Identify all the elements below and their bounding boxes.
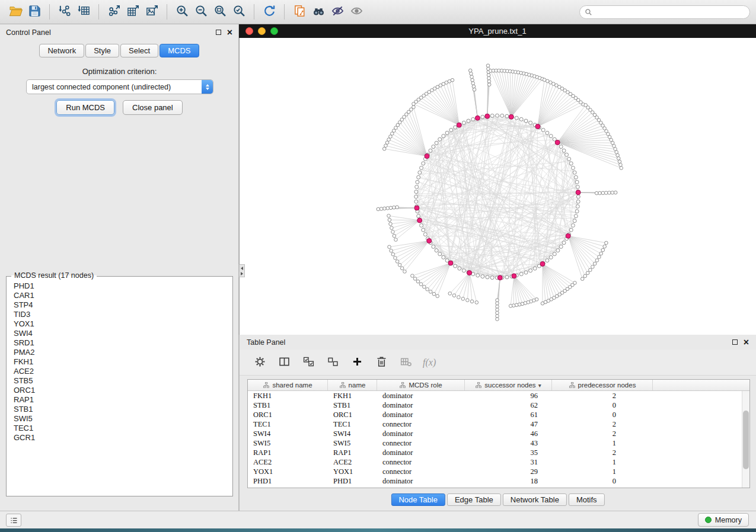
close-panel-button[interactable]: Close panel: [123, 100, 183, 115]
mcds-buttons-row: Run MCDS Close panel: [0, 100, 239, 115]
mcds-result-item[interactable]: ORC1: [9, 386, 230, 395]
search-box[interactable]: [579, 5, 750, 19]
open-file-button[interactable]: [6, 2, 25, 21]
node-table: shared namenameMCDS rolesuccessor nodes▾…: [247, 379, 750, 488]
main-toolbar: [0, 0, 756, 24]
maximize-window-button[interactable]: [270, 27, 278, 35]
minimize-window-button[interactable]: [258, 27, 266, 35]
mcds-result-item[interactable]: TEC1: [9, 424, 230, 433]
toolbar-icons: [6, 2, 366, 21]
table-row[interactable]: YOX1YOX1connector291: [248, 467, 742, 476]
table-settings-button[interactable]: [253, 355, 267, 370]
criterion-dropdown[interactable]: largest connected component (undirected): [26, 79, 213, 94]
run-mcds-button[interactable]: Run MCDS: [56, 100, 114, 115]
mcds-result-item[interactable]: SWI5: [9, 414, 230, 424]
close-panel-icon[interactable]: ×: [227, 30, 232, 36]
mcds-result-item[interactable]: FKH1: [9, 357, 230, 367]
mcds-result-item[interactable]: STP4: [9, 300, 230, 310]
mcds-result-item[interactable]: SWI4: [9, 329, 230, 338]
mcds-result-item[interactable]: RAP1: [9, 395, 230, 405]
table-row[interactable]: SWI4SWI4dominator462: [248, 429, 742, 438]
tab-motifs[interactable]: Motifs: [569, 493, 605, 506]
network-canvas[interactable]: [239, 38, 756, 335]
table-row[interactable]: TEC1TEC1connector472: [248, 419, 742, 429]
show-all-button[interactable]: [347, 2, 366, 21]
refresh-layout-button[interactable]: [260, 2, 279, 21]
table-row[interactable]: ORC1ORC1dominator610: [248, 410, 742, 419]
mcds-result-item[interactable]: STB1: [9, 405, 230, 414]
mcds-result-item[interactable]: STB5: [9, 376, 230, 386]
table-row[interactable]: PHD1PHD1dominator180: [248, 476, 742, 486]
export-image-button[interactable]: [142, 2, 161, 21]
table-row[interactable]: RAP1RAP1dominator352: [248, 448, 742, 457]
close-window-button[interactable]: [245, 27, 253, 35]
cell-predecessor-nodes: 1: [552, 467, 653, 476]
splitter-handle[interactable]: [239, 264, 245, 277]
export-table-button[interactable]: [123, 2, 142, 21]
list-icon: [9, 516, 18, 525]
zoom-fit-button[interactable]: [210, 2, 229, 21]
close-table-panel-icon[interactable]: ×: [744, 339, 749, 345]
add-row-button[interactable]: [350, 355, 364, 370]
deselect-all-button[interactable]: [326, 355, 340, 370]
column-type-icon: [339, 382, 346, 389]
search-icon: [585, 8, 592, 16]
table-scrollbar[interactable]: [742, 391, 749, 488]
tab-network-table[interactable]: Network Table: [503, 493, 567, 506]
column-header-name[interactable]: name: [328, 380, 377, 390]
tab-node-table[interactable]: Node Table: [391, 493, 445, 506]
mcds-result-item[interactable]: GCR1: [9, 433, 230, 443]
hide-column-button[interactable]: [398, 355, 413, 370]
cell-MCDS-role: dominator: [377, 392, 465, 400]
float-panel-icon[interactable]: [216, 30, 221, 35]
memory-button[interactable]: Memory: [698, 513, 749, 527]
find-button[interactable]: [309, 2, 328, 21]
copy-network-button[interactable]: [290, 2, 309, 21]
column-header-successor-nodes[interactable]: successor nodes▾: [465, 380, 552, 390]
column-header-predecessor-nodes[interactable]: predecessor nodes: [552, 380, 653, 390]
search-input[interactable]: [596, 8, 745, 16]
table-row[interactable]: STB1STB1dominator620: [248, 400, 742, 410]
mcds-result-item[interactable]: TID3: [9, 310, 230, 319]
tab-edge-table[interactable]: Edge Table: [447, 493, 501, 506]
column-header-filler: [653, 380, 749, 390]
function-builder-button[interactable]: f(x): [423, 357, 436, 368]
table-panel-header: Table Panel ×: [240, 335, 756, 350]
tab-style[interactable]: Style: [85, 44, 119, 57]
mcds-result-item[interactable]: ACE2: [9, 367, 230, 376]
scrollbar-thumb[interactable]: [743, 411, 749, 469]
mcds-result-item[interactable]: CAR1: [9, 291, 230, 300]
sort-indicator-icon: ▾: [538, 382, 541, 389]
save-button[interactable]: [25, 2, 44, 21]
cell-name: STB1: [328, 401, 377, 410]
cell-MCDS-role: connector: [377, 458, 465, 467]
mcds-result-item[interactable]: YOX1: [9, 319, 230, 329]
mcds-result-item[interactable]: SRD1: [9, 338, 230, 348]
export-network-button[interactable]: [104, 2, 123, 21]
cell-name: PHD1: [328, 477, 377, 486]
tab-network[interactable]: Network: [39, 44, 84, 57]
zoom-out-button[interactable]: [192, 2, 210, 21]
mcds-result-item[interactable]: PHD1: [9, 281, 230, 291]
mcds-result-item[interactable]: PMA2: [9, 348, 230, 357]
cell-predecessor-nodes: 0: [552, 401, 653, 410]
table-row[interactable]: FKH1FKH1dominator962: [248, 391, 742, 400]
delete-row-button[interactable]: [374, 355, 388, 370]
import-table-button[interactable]: [74, 2, 93, 21]
table-row[interactable]: SWI5SWI5connector431: [248, 438, 742, 448]
table-row[interactable]: ACE2ACE2connector311: [248, 457, 742, 467]
toggle-columns-button[interactable]: [277, 355, 291, 370]
tab-mcds[interactable]: MCDS: [160, 44, 199, 57]
cell-predecessor-nodes: 0: [552, 477, 653, 486]
tab-select[interactable]: Select: [120, 44, 158, 57]
column-type-icon: [475, 382, 482, 389]
column-header-MCDS-role[interactable]: MCDS role: [377, 380, 465, 390]
hide-selected-button[interactable]: [328, 2, 347, 21]
select-all-button[interactable]: [301, 355, 315, 370]
float-table-panel-icon[interactable]: [732, 339, 738, 345]
column-header-shared-name[interactable]: shared name: [248, 380, 328, 390]
zoom-in-button[interactable]: [173, 2, 192, 21]
zoom-selected-button[interactable]: [229, 2, 248, 21]
panel-list-button[interactable]: [6, 514, 21, 527]
import-network-button[interactable]: [55, 2, 74, 21]
